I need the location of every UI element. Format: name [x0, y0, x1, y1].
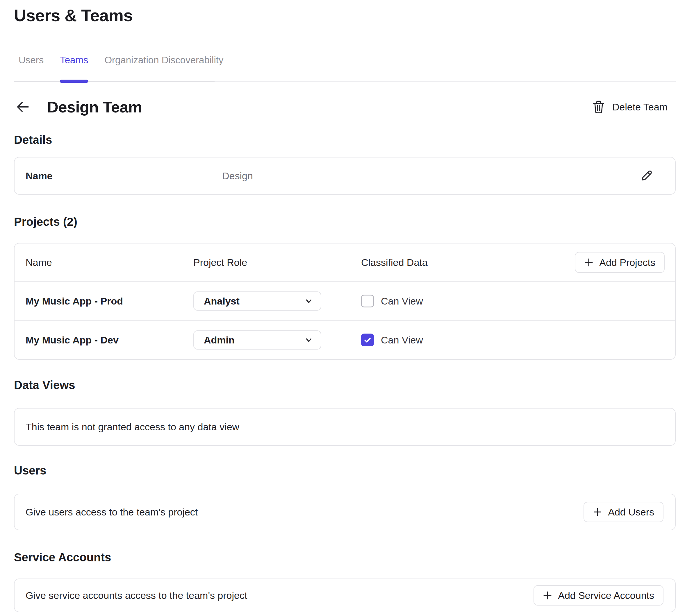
table-row: My Music App - Dev Admin Ca	[15, 320, 675, 359]
column-header-name: Name	[26, 257, 193, 268]
service-accounts-card: Give service accounts access to the team…	[14, 578, 676, 612]
add-service-accounts-label: Add Service Accounts	[558, 590, 654, 601]
edit-name-button[interactable]	[638, 168, 654, 184]
users-teams-page: Users & Teams Users Teams Organization D…	[0, 0, 685, 612]
plus-icon	[543, 591, 552, 600]
add-users-label: Add Users	[608, 506, 654, 518]
can-view-label: Can View	[381, 295, 423, 307]
add-projects-label: Add Projects	[599, 257, 655, 268]
project-role-select[interactable]: Admin	[193, 330, 321, 350]
team-title: Design Team	[47, 98, 142, 116]
data-views-heading: Data Views	[14, 378, 676, 392]
service-accounts-heading: Service Accounts	[14, 550, 676, 565]
users-empty-text: Give users access to the team's project	[26, 506, 198, 518]
add-service-accounts-button[interactable]: Add Service Accounts	[534, 585, 663, 606]
chevron-down-icon	[304, 336, 313, 344]
projects-table-header: Name Project Role Classified Data Add Pr…	[15, 243, 675, 281]
back-arrow-icon	[16, 100, 30, 114]
details-card: Name Design	[14, 157, 676, 195]
data-views-card: This team is not granted access to any d…	[14, 408, 676, 446]
tab-organization-discoverability[interactable]: Organization Discoverability	[104, 54, 223, 81]
delete-team-label: Delete Team	[612, 102, 667, 113]
project-role-value: Analyst	[204, 295, 240, 307]
can-view-label: Can View	[381, 334, 423, 346]
name-label: Name	[26, 170, 222, 182]
pencil-icon	[639, 169, 653, 182]
project-role-select[interactable]: Analyst	[193, 291, 321, 311]
users-heading: Users	[14, 463, 676, 478]
users-card: Give users access to the team's project …	[14, 494, 676, 530]
delete-team-button[interactable]: Delete Team	[593, 100, 676, 114]
add-projects-button[interactable]: Add Projects	[575, 252, 665, 273]
tab-teams[interactable]: Teams	[60, 54, 88, 81]
details-heading: Details	[14, 132, 676, 147]
tabs: Users Teams Organization Discoverability	[14, 54, 215, 82]
project-role-value: Admin	[204, 334, 235, 346]
column-header-project-role: Project Role	[193, 257, 361, 268]
project-name: My Music App - Prod	[26, 295, 193, 307]
column-header-classified-data: Classified Data	[361, 257, 575, 268]
plus-icon	[593, 507, 602, 516]
classified-data-cell: Can View	[361, 295, 665, 307]
table-row: My Music App - Prod Analyst	[15, 281, 675, 320]
projects-table: Name Project Role Classified Data Add Pr…	[14, 243, 676, 360]
trash-icon	[593, 100, 605, 114]
tab-bar: Users Teams Organization Discoverability	[14, 54, 676, 82]
add-users-button[interactable]: Add Users	[583, 502, 663, 522]
can-view-checkbox[interactable]	[361, 295, 374, 307]
team-header: Design Team Delete Team	[14, 95, 676, 118]
data-views-empty-text: This team is not granted access to any d…	[26, 421, 239, 433]
project-name: My Music App - Dev	[26, 334, 193, 346]
tab-users[interactable]: Users	[19, 54, 44, 81]
name-value: Design	[222, 170, 638, 182]
can-view-checkbox[interactable]	[361, 334, 374, 346]
back-button[interactable]	[16, 100, 30, 114]
service-accounts-empty-text: Give service accounts access to the team…	[26, 590, 247, 601]
chevron-down-icon	[304, 297, 313, 305]
projects-heading: Projects (2)	[14, 215, 676, 229]
plus-icon	[584, 258, 594, 267]
page-title: Users & Teams	[14, 6, 676, 25]
classified-data-cell: Can View	[361, 334, 665, 346]
